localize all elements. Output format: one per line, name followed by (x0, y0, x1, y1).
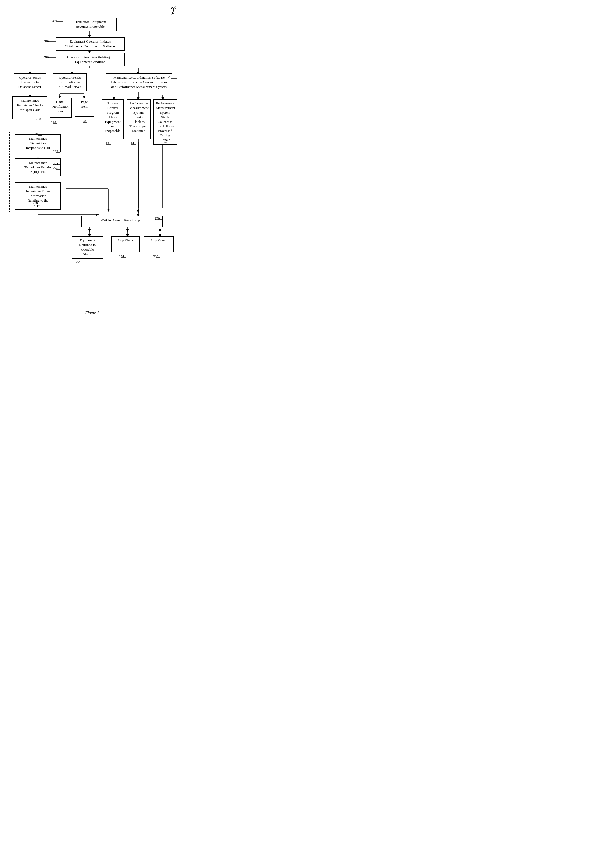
node-220: Page Sent (75, 98, 94, 117)
node-207b: Operator Sends Information to a E-mail S… (53, 73, 87, 92)
node-202: Production Equipment Becomes Inoperable (64, 18, 116, 31)
node-213: Process Control Program Flags Equipment … (102, 99, 124, 139)
node-236: Stop Count (144, 236, 174, 252)
node-234: Stop Clock (111, 236, 140, 252)
node-206: Operator Enters Data Relating to Equipme… (56, 53, 125, 66)
node-208: Maintenance Technician Checks for Open C… (12, 96, 47, 120)
node-216: Performance Measurement System Starts Co… (153, 99, 177, 145)
node-207a: Operator Sends Information to a Database… (13, 73, 46, 92)
node-214: Performance Measurement System Starts Cl… (127, 99, 150, 139)
node-204: Equipment Operator Initiates Maintenance… (56, 37, 125, 51)
node-230: Wait for Completion of Repair (81, 216, 163, 227)
node-232: Equipment Returned to Operable Status (72, 236, 103, 259)
node-218: E-mail Notification Sent (50, 98, 72, 118)
dashed-group-217: Maintenance Technician Responds to Call … (9, 131, 66, 213)
figure-label: Figure 2 (6, 311, 179, 315)
node-228: Maintenance Technician Enters Informatio… (15, 182, 61, 210)
node-212: Maintenance Coordination Software Intera… (106, 73, 172, 92)
